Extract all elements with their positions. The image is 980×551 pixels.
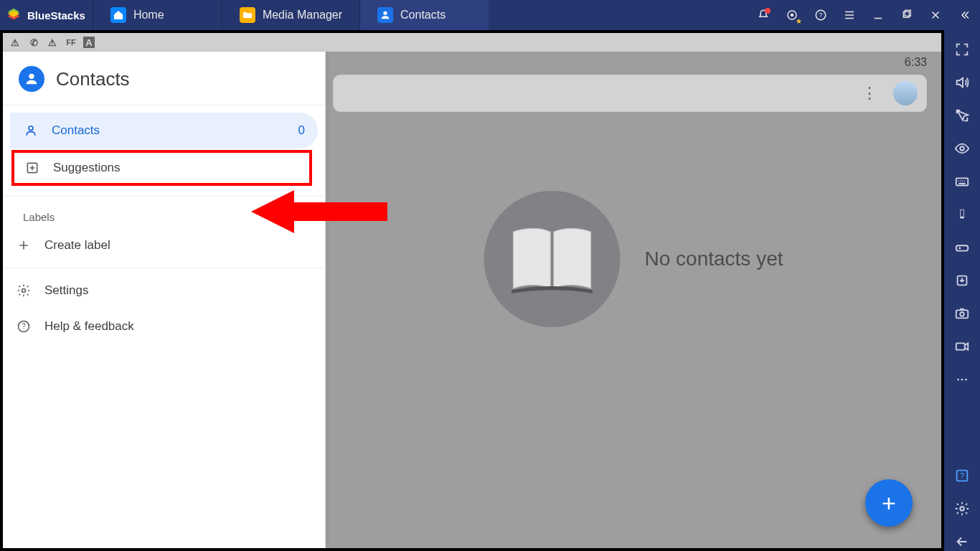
svg-point-7 [960, 146, 964, 151]
svg-point-25 [22, 289, 26, 293]
nav-item-suggestions[interactable]: Suggestions [11, 150, 312, 186]
help-icon: ? [16, 319, 32, 334]
help-box-icon[interactable]: ? [953, 466, 971, 485]
plus-icon: + [882, 489, 896, 517]
android-status-icons-row: ⚠ ✆ ⚠ FF A [3, 33, 941, 52]
bluestacks-brand: BlueStacks [0, 0, 93, 30]
drawer-header: Contacts [3, 52, 325, 105]
empty-state-text: No contacts yet [645, 248, 783, 270]
svg-point-2 [791, 14, 794, 17]
help-icon[interactable]: ? [812, 6, 829, 24]
nav-create-label-text: Create label [44, 238, 110, 253]
screenshot-icon[interactable] [953, 304, 971, 323]
nav-suggestions-label: Suggestions [53, 161, 121, 175]
notifications-icon[interactable] [755, 6, 772, 24]
volume-icon[interactable] [953, 73, 971, 92]
android-viewport: ⚠ ✆ ⚠ FF A Contacts [0, 30, 944, 551]
suggestions-icon [24, 160, 40, 176]
svg-rect-10 [961, 210, 963, 217]
warning-icon: ⚠ [46, 36, 59, 49]
svg-rect-6 [905, 10, 910, 16]
more-vert-icon[interactable]: ⋮ [862, 84, 877, 103]
svg-rect-5 [903, 11, 909, 17]
close-icon[interactable] [927, 6, 944, 24]
nav-item-create-label[interactable]: Create label [3, 227, 325, 263]
svg-rect-11 [956, 245, 969, 250]
home-icon [110, 7, 126, 23]
tab-contacts[interactable]: Contacts [359, 0, 489, 30]
pointer-lock-icon[interactable] [953, 106, 971, 125]
contacts-icon [377, 7, 393, 23]
nav-settings-label: Settings [44, 283, 88, 298]
svg-point-23 [29, 126, 33, 131]
svg-point-18 [965, 379, 967, 381]
nav-help-label: Help & feedback [44, 319, 134, 334]
contacts-app: Contacts Contacts 0 Suggestio [3, 52, 941, 548]
book-icon [484, 191, 621, 327]
bluestacks-title-bar: BlueStacks Home Media Manager Contacts [0, 0, 980, 30]
svg-point-16 [957, 379, 959, 381]
eye-icon[interactable] [953, 139, 971, 158]
bluestacks-right-toolbar: ? [944, 30, 980, 551]
svg-point-14 [960, 312, 964, 316]
plus-icon [16, 237, 32, 253]
hamburger-icon[interactable] [841, 6, 858, 24]
contacts-drawer: Contacts Contacts 0 Suggestio [3, 52, 326, 548]
ff-indicator: FF [65, 36, 77, 49]
divider [3, 196, 325, 197]
back-icon[interactable] [953, 532, 971, 551]
settings-gear-icon[interactable] [953, 499, 971, 518]
record-icon[interactable] [953, 337, 971, 356]
collapse-sidebar-icon[interactable] [956, 6, 973, 24]
more-icon[interactable] [953, 370, 971, 389]
bluestacks-tabs: Home Media Manager Contacts [93, 0, 489, 30]
svg-text:?: ? [960, 471, 964, 480]
device-rotate-icon[interactable] [953, 205, 971, 224]
svg-text:?: ? [819, 11, 822, 19]
account-avatar[interactable] [893, 81, 918, 105]
svg-rect-15 [956, 343, 965, 349]
search-bar[interactable]: ⋮ [333, 75, 927, 112]
tab-contacts-label: Contacts [400, 9, 446, 22]
folder-icon [240, 7, 255, 23]
fullscreen-icon[interactable] [953, 40, 971, 59]
add-contact-fab[interactable]: + [865, 479, 913, 527]
tab-media-label: Media Manager [263, 9, 342, 22]
tab-media-manager[interactable]: Media Manager [222, 0, 359, 30]
svg-rect-8 [956, 178, 969, 185]
android-screen: ⚠ ✆ ⚠ FF A Contacts [3, 33, 941, 548]
status-clock: 6:33 [905, 56, 927, 69]
bluestacks-brand-text: BlueStacks [27, 9, 85, 22]
tab-home-label: Home [133, 9, 164, 22]
nav-item-settings[interactable]: Settings [3, 273, 325, 309]
svg-text:?: ? [22, 322, 26, 330]
contacts-main-scrim[interactable]: 6:33 ⋮ No contacts yet [326, 52, 941, 548]
whatsapp-icon: ✆ [27, 36, 40, 49]
gamepad-icon[interactable] [953, 238, 971, 257]
svg-point-0 [383, 11, 387, 15]
target-icon[interactable]: ★ [783, 6, 801, 24]
labels-header: Labels [3, 201, 325, 227]
nav-contacts-label: Contacts [52, 123, 100, 138]
keyboard-icon[interactable] [953, 172, 971, 191]
svg-point-21 [960, 507, 964, 511]
nav-item-help[interactable]: ? Help & feedback [3, 309, 325, 344]
a-indicator: A [83, 37, 95, 48]
minimize-icon[interactable] [870, 6, 887, 24]
bluestacks-window-controls: ★ ? [748, 0, 980, 30]
empty-state: No contacts yet [484, 191, 783, 327]
divider [3, 268, 325, 268]
warning-icon: ⚠ [9, 36, 22, 49]
nav-item-contacts[interactable]: Contacts 0 [10, 113, 318, 149]
svg-point-22 [29, 74, 34, 79]
svg-point-17 [961, 379, 963, 381]
person-icon [23, 123, 39, 138]
svg-rect-13 [956, 310, 969, 318]
maximize-icon[interactable] [898, 6, 915, 24]
gear-icon [16, 283, 32, 298]
tab-home[interactable]: Home [93, 0, 222, 30]
install-apk-icon[interactable] [953, 271, 971, 290]
nav-contacts-count: 0 [298, 123, 305, 138]
drawer-title: Contacts [56, 68, 130, 90]
contacts-app-icon [19, 66, 44, 92]
